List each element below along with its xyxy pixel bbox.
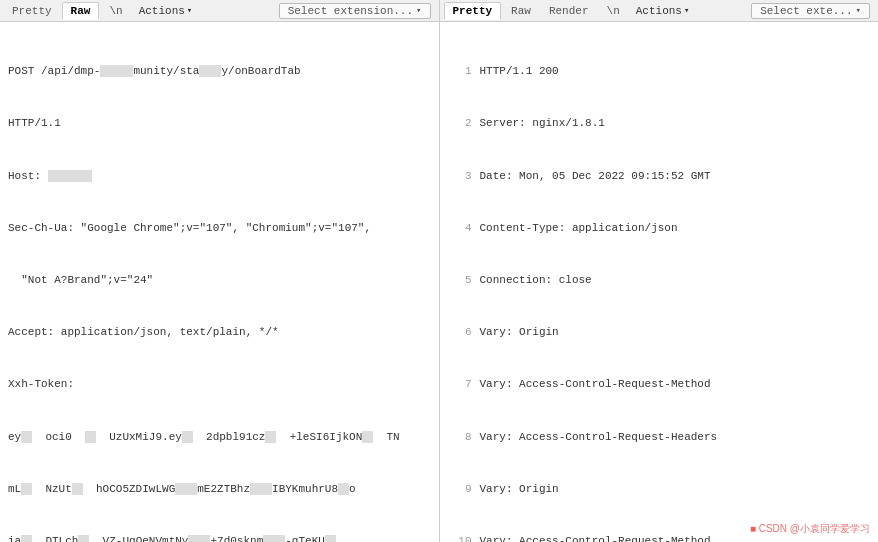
- list-item: 2Server: nginx/1.8.1: [448, 115, 871, 132]
- left-panel-content: POST /api/dmp- munity/sta y/onBoardTab H…: [0, 26, 439, 542]
- list-item: 9Vary: Origin: [448, 481, 871, 498]
- tab-raw-left[interactable]: Raw: [62, 2, 100, 20]
- list-item: ey oci0 UzUxMiJ9.ey 2dpbl91cz +leSI6IjkO…: [8, 429, 431, 446]
- list-item: "Not A?Brand";v="24": [8, 272, 431, 289]
- tab-render-right[interactable]: Render: [541, 3, 597, 19]
- list-item: mL NzUt hOCO5ZDIwLWG mE2ZTBhz IBYKmuhrU8…: [8, 481, 431, 498]
- list-item: HTTP/1.1: [8, 115, 431, 132]
- list-item: 5Connection: close: [448, 272, 871, 289]
- actions-button-right[interactable]: Actions: [630, 4, 696, 18]
- right-panel-content: 1HTTP/1.1 200 2Server: nginx/1.8.1 3Date…: [440, 26, 879, 542]
- tab-raw-right[interactable]: Raw: [503, 3, 539, 19]
- list-item: 1HTTP/1.1 200: [448, 63, 871, 80]
- tab-n-left[interactable]: \n: [101, 3, 130, 19]
- list-item: 3Date: Mon, 05 Dec 2022 09:15:52 GMT: [448, 168, 871, 185]
- right-panel-tabs: Pretty Raw Render \n Actions Select exte…: [440, 0, 879, 21]
- watermark: ■ CSDN @小袁同学爱学习: [750, 522, 870, 536]
- list-item: Host:: [8, 168, 431, 185]
- list-item: Xxh-Token:: [8, 376, 431, 393]
- top-toolbar: Pretty Raw \n Actions Select extension..…: [0, 0, 878, 22]
- actions-button-left[interactable]: Actions: [133, 4, 199, 18]
- left-panel: POST /api/dmp- munity/sta y/onBoardTab H…: [0, 22, 440, 542]
- panels-container: POST /api/dmp- munity/sta y/onBoardTab H…: [0, 22, 878, 542]
- list-item: Sec-Ch-Ua: "Google Chrome";v="107", "Chr…: [8, 220, 431, 237]
- list-item: POST /api/dmp- munity/sta y/onBoardTab: [8, 63, 431, 80]
- list-item: Accept: application/json, text/plain, */…: [8, 324, 431, 341]
- tab-pretty-left[interactable]: Pretty: [4, 3, 60, 19]
- left-panel-tabs: Pretty Raw \n Actions Select extension..…: [0, 0, 440, 21]
- tab-pretty-right[interactable]: Pretty: [444, 2, 502, 20]
- select-extension-left[interactable]: Select extension...: [279, 3, 431, 19]
- right-panel: 1HTTP/1.1 200 2Server: nginx/1.8.1 3Date…: [440, 22, 879, 542]
- list-item: 4Content-Type: application/json: [448, 220, 871, 237]
- list-item: 8Vary: Access-Control-Request-Headers: [448, 429, 871, 446]
- select-extension-right[interactable]: Select exte...: [751, 3, 870, 19]
- list-item: 7Vary: Access-Control-Request-Method: [448, 376, 871, 393]
- list-item: ia DTLch VZ-UgOeNVmtNy +7d0sknm -gTeKU: [8, 533, 431, 542]
- list-item: 6Vary: Origin: [448, 324, 871, 341]
- tab-n-right[interactable]: \n: [599, 3, 628, 19]
